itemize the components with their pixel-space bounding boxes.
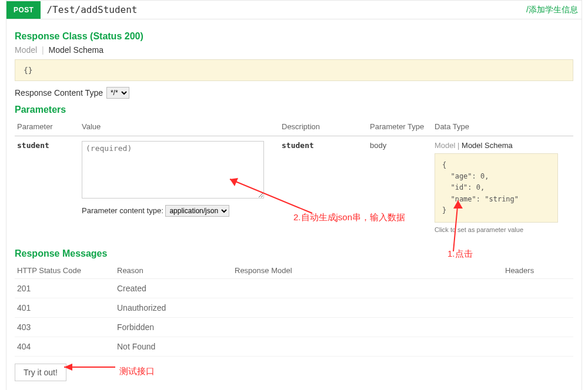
response-schema-box[interactable]: {} xyxy=(15,59,573,81)
tab-model[interactable]: Model xyxy=(15,45,37,55)
tab-model-schema[interactable]: Model Schema xyxy=(49,45,103,55)
status-reason: Forbidden xyxy=(115,317,232,337)
table-row: 403Forbidden xyxy=(15,317,573,337)
operation-header[interactable]: POST /Test/addStudent /添加学生信息 xyxy=(6,0,582,19)
param-value-input[interactable] xyxy=(82,141,264,199)
col-value: Value xyxy=(79,119,279,136)
col-parameter: Parameter xyxy=(15,119,79,136)
status-model xyxy=(232,278,503,298)
arrow-icon xyxy=(59,361,118,373)
response-content-type-select[interactable]: */* xyxy=(106,87,129,99)
col-reason: Reason xyxy=(115,263,232,279)
status-reason: Not Found xyxy=(115,337,232,356)
response-content-type-label: Response Content Type xyxy=(15,88,103,98)
param-description: student xyxy=(279,136,368,238)
table-row: 401Unauthorized xyxy=(15,298,573,317)
parameters-heading: Parameters xyxy=(15,105,573,115)
status-headers xyxy=(503,337,573,356)
param-name: student xyxy=(15,136,79,238)
response-class-tabs: Model | Model Schema xyxy=(15,45,573,55)
parameters-table: Parameter Value Description Parameter Ty… xyxy=(15,119,573,238)
operation-body: Response Class (Status 200) Model | Mode… xyxy=(6,19,582,390)
tab-model[interactable]: Model xyxy=(435,141,455,150)
col-data-type: Data Type xyxy=(432,119,573,136)
param-content-type-label: Parameter content type: xyxy=(82,206,163,215)
schema-hint: Click to set as parameter value xyxy=(435,226,571,233)
status-code: 403 xyxy=(15,317,115,337)
response-content-type-row: Response Content Type */* xyxy=(15,87,573,99)
response-class-heading: Response Class (Status 200) xyxy=(15,31,573,42)
response-messages-table: HTTP Status Code Reason Response Model H… xyxy=(15,263,573,357)
param-data-type-cell: Model | Model Schema { "age": 0, "id": 0… xyxy=(432,136,573,238)
param-type: body xyxy=(368,136,432,238)
annotation-test: 测试接口 xyxy=(119,366,155,377)
data-type-schema-box[interactable]: { "age": 0, "id": 0, "name": "string" } xyxy=(435,153,558,223)
status-code: 201 xyxy=(15,278,115,298)
status-model xyxy=(232,298,503,317)
status-headers xyxy=(503,298,573,317)
table-row: 201Created xyxy=(15,278,573,298)
table-row: student Parameter content type: applicat… xyxy=(15,136,573,238)
operation-summary: /添加学生信息 xyxy=(523,1,582,19)
status-reason: Created xyxy=(115,278,232,298)
col-description: Description xyxy=(279,119,368,136)
data-type-tabs: Model | Model Schema xyxy=(435,141,571,150)
operation-path: /Test/addStudent xyxy=(41,1,523,19)
status-code: 401 xyxy=(15,298,115,317)
table-row: 404Not Found xyxy=(15,337,573,356)
param-value-cell: Parameter content type: application/json xyxy=(79,136,279,238)
param-content-type-select[interactable]: application/json xyxy=(165,205,229,217)
response-messages-heading: Response Messages xyxy=(15,248,573,259)
col-headers: Headers xyxy=(503,263,573,279)
tab-model-schema[interactable]: Model Schema xyxy=(462,141,513,150)
try-it-out-button[interactable]: Try it out! xyxy=(15,364,66,381)
param-content-type-row: Parameter content type: application/json xyxy=(82,205,277,217)
col-response-model: Response Model xyxy=(232,263,503,279)
status-headers xyxy=(503,278,573,298)
status-model xyxy=(232,337,503,356)
http-method-badge: POST xyxy=(6,1,41,19)
col-parameter-type: Parameter Type xyxy=(368,119,432,136)
status-model xyxy=(232,317,503,337)
status-reason: Unauthorized xyxy=(115,298,232,317)
status-code: 404 xyxy=(15,337,115,356)
status-headers xyxy=(503,317,573,337)
col-status-code: HTTP Status Code xyxy=(15,263,115,279)
